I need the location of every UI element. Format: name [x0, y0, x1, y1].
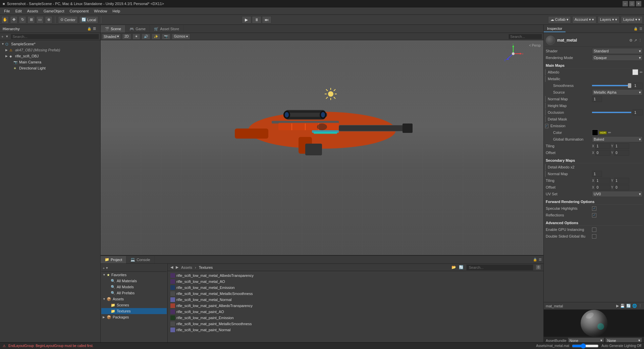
file-item-3[interactable]: rifle_scifi_low_mat_metal_MetallicSmooth… — [169, 291, 542, 297]
scene-view[interactable]: X Y Z < Persp — [101, 40, 543, 255]
smoothness-slider[interactable] — [592, 85, 631, 86]
sidebar-item-favorites[interactable]: ▼ ★ Favorites — [101, 272, 167, 278]
hierarchy-item-ak47[interactable]: ▶ ⚠ ak47_OBJ (Missing Prefab) — [0, 47, 100, 53]
shader-dropdown[interactable]: Standard ▾ — [592, 48, 643, 54]
tiling-x-input[interactable] — [595, 143, 610, 149]
occlusion-slider[interactable] — [592, 112, 631, 113]
hierarchy-item-light[interactable]: ▶ ☀ Directional Light — [0, 65, 100, 71]
gizmos-button[interactable]: Gizmos ▾ — [172, 34, 191, 40]
settings-icon[interactable]: ⚙ — [629, 38, 633, 43]
more-icon[interactable]: ⋮ — [638, 38, 642, 43]
minimize-button[interactable]: ─ — [623, 1, 628, 6]
file-item-5[interactable]: rifle_scifi_low_mat_paint_AlbedoTranspar… — [169, 303, 542, 309]
reflections-checkbox[interactable]: ✓ — [592, 213, 596, 217]
file-item-4[interactable]: rifle_scifi_low_mat_metal_Normal — [169, 297, 542, 303]
uv-set-dropdown[interactable]: UV0 ▾ — [592, 191, 643, 197]
emission-checkbox[interactable]: ✓ — [545, 124, 548, 128]
menu-component[interactable]: Component — [67, 8, 91, 14]
sidebar-item-textures[interactable]: 📁 Textures — [101, 308, 167, 314]
hierarchy-item-rifle[interactable]: ▶ ◈ rifle_scifi_OBJ — [0, 53, 100, 59]
occlusion-texture-slot[interactable] — [545, 109, 546, 115]
project-menu-icon[interactable]: ☰ — [538, 257, 542, 262]
secondary-normal-value-input[interactable] — [592, 171, 602, 177]
mat-preview-save-icon[interactable]: 💾 — [620, 304, 625, 308]
file-item-1[interactable]: rifle_scifi_low_mat_metal_AO — [169, 279, 542, 285]
offset-x-input[interactable] — [595, 150, 610, 156]
detail-albedo-slot[interactable] — [545, 164, 546, 170]
hierarchy-search-input[interactable] — [11, 34, 99, 39]
secondary-normal-slot[interactable] — [545, 171, 546, 177]
hand-tool-button[interactable]: ✋ — [1, 16, 9, 23]
inspector-lock-icon[interactable]: 🔒 — [633, 27, 638, 31]
layout-dropdown[interactable]: Layout ▾ ▾ — [621, 16, 643, 23]
hierarchy-menu-icon[interactable]: ☰ — [93, 27, 96, 31]
fx-button[interactable]: ✨ — [152, 34, 160, 40]
occlusion-value-input[interactable] — [633, 109, 643, 115]
breadcrumb-assets[interactable]: Assets — [181, 265, 192, 269]
mat-preview-play-icon[interactable]: ▶ — [616, 304, 619, 308]
emission-color-swatch[interactable] — [592, 130, 598, 136]
tab-game[interactable]: 🎮 Game — [125, 25, 150, 33]
file-item-6[interactable]: rifle_scifi_low_mat_paint_AO — [169, 309, 542, 315]
scale-tool-button[interactable]: ⊞ — [28, 16, 35, 23]
sec-tiling-x-input[interactable] — [595, 178, 610, 184]
gpu-instancing-checkbox[interactable] — [592, 228, 596, 232]
hierarchy-item-camera[interactable]: ▶ 📷 Main Camera — [0, 59, 100, 65]
tiling-y-input[interactable] — [614, 143, 629, 149]
render-mode-dropdown[interactable]: Shaded ▾ — [102, 34, 121, 40]
file-item-7[interactable]: rifle_scifi_low_mat_paint_Emission — [169, 315, 542, 321]
mat-preview-viewport[interactable] — [544, 310, 644, 337]
menu-window[interactable]: Window — [91, 8, 110, 14]
local-global-button[interactable]: 🔄 Local — [79, 16, 98, 23]
asset-bundle-dropdown-1[interactable]: None ▾ — [568, 338, 604, 342]
rect-tool-button[interactable]: ▭ — [36, 16, 44, 23]
layers-dropdown[interactable]: Layers ▾ ▾ — [598, 16, 620, 23]
sidebar-item-all-prefabs[interactable]: 🔍 All Prefabs — [101, 290, 167, 296]
tab-scene[interactable]: 🎬 Scene — [101, 25, 125, 33]
hierarchy-item-samplescene[interactable]: ▼ ⬡ SampleScene* — [0, 41, 100, 47]
hierarchy-lock-icon[interactable]: 🔒 — [87, 27, 92, 31]
project-search-input[interactable] — [466, 264, 533, 270]
menu-help[interactable]: Help — [110, 8, 123, 14]
mat-preview-globe-icon[interactable]: 🌐 — [632, 304, 637, 308]
offset-y-input[interactable] — [614, 150, 629, 156]
pivot-center-button[interactable]: ⊙ Center — [58, 16, 78, 23]
scene-search-input[interactable] — [508, 34, 542, 39]
sec-offset-x-input[interactable] — [595, 185, 610, 190]
2d-button[interactable]: 2D — [122, 34, 131, 40]
lighting-button[interactable]: ☀ — [132, 34, 140, 40]
maximize-button[interactable]: □ — [629, 1, 635, 6]
sec-tiling-y-input[interactable] — [614, 178, 629, 184]
file-item-8[interactable]: rifle_scifi_low_mat_paint_MetallicSmooth… — [169, 321, 542, 327]
pause-button[interactable]: ⏸ — [252, 16, 261, 23]
menu-edit[interactable]: Edit — [13, 8, 24, 14]
tab-console[interactable]: 💻 Console — [126, 256, 154, 263]
normal-map-value-input[interactable] — [592, 96, 602, 102]
transform-tool-button[interactable]: ⊕ — [45, 16, 52, 23]
double-sided-checkbox[interactable] — [592, 234, 596, 239]
sidebar-item-scenes[interactable]: 📁 Scenes — [101, 302, 167, 308]
menu-assets[interactable]: Assets — [24, 8, 41, 14]
sidebar-item-all-models[interactable]: 🔍 All Models — [101, 284, 167, 290]
scene-camera-button[interactable]: 📷 — [162, 34, 170, 40]
height-map-texture-slot[interactable] — [545, 103, 546, 109]
close-button[interactable]: ✕ — [636, 1, 641, 6]
tab-inspector[interactable]: Inspector — [544, 26, 566, 32]
add-hierarchy-button[interactable]: + — [1, 35, 3, 39]
sidebar-item-packages[interactable]: ▶ 📦 Packages — [101, 314, 167, 320]
metallic-texture-slot[interactable] — [545, 76, 546, 82]
zoom-slider[interactable] — [572, 344, 599, 348]
mat-preview-refresh-icon[interactable]: 🔄 — [626, 304, 631, 308]
rotate-tool-button[interactable]: ↻ — [19, 16, 26, 23]
audio-button[interactable]: 🔊 — [142, 34, 150, 40]
sidebar-item-assets[interactable]: ▼ 📦 Assets — [101, 296, 167, 302]
play-button[interactable]: ▶ — [242, 16, 251, 23]
sec-offset-y-input[interactable] — [614, 185, 629, 190]
account-dropdown[interactable]: Account ▾ ▾ — [572, 16, 596, 23]
normal-map-texture-slot[interactable] — [545, 96, 546, 102]
rendering-mode-dropdown[interactable]: Opaque ▾ — [592, 55, 643, 61]
nav-forward-button[interactable]: ▶ — [176, 265, 178, 269]
auto-generate-lighting-button[interactable]: Auto Generate Lighting Off — [601, 344, 641, 348]
collab-button[interactable]: ☁ Collab ▾ — [548, 16, 571, 23]
add-project-button[interactable]: + — [103, 266, 105, 270]
